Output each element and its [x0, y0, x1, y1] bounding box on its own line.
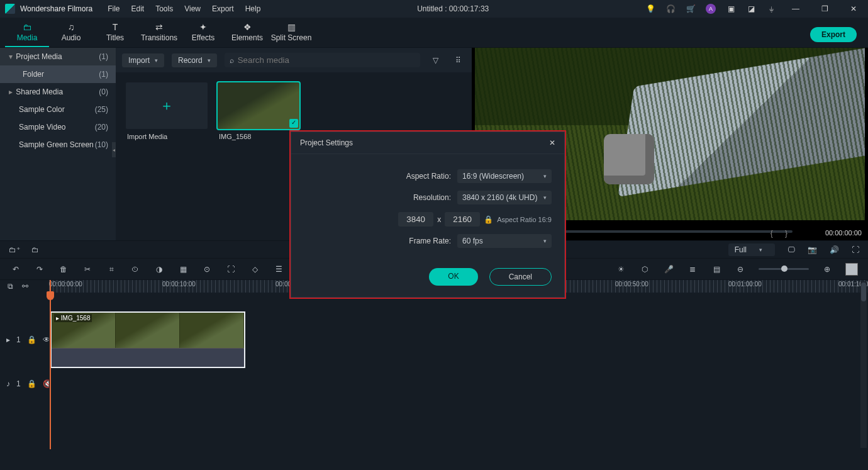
color-icon[interactable]: ◑ — [153, 265, 165, 274]
tab-audio[interactable]: ♫Audio — [49, 20, 93, 47]
sidebar-item-label: Shared Media — [16, 87, 63, 96]
audio-track-lane[interactable] — [49, 371, 868, 396]
grid-view-icon[interactable]: ⠿ — [450, 56, 465, 65]
zoom-slider[interactable] — [759, 268, 809, 270]
keyframe-icon[interactable]: ◇ — [249, 265, 260, 274]
microphone-icon[interactable]: ⏚ — [766, 4, 776, 14]
sidebar-item-shared-media[interactable]: ▸ Shared Media (0) — [0, 83, 116, 101]
keyframe-expand-icon[interactable]: ⛶ — [225, 265, 236, 274]
green-screen-icon[interactable]: ▦ — [177, 265, 189, 274]
delete-icon[interactable]: 🗑 — [58, 265, 69, 274]
monitor-icon[interactable]: 🖵 — [787, 245, 795, 254]
tab-transitions[interactable]: ⇄Transitions — [137, 20, 181, 47]
sidebar-item-count: (1) — [99, 70, 108, 79]
duration-icon[interactable]: ⊙ — [201, 265, 213, 274]
playhead[interactable] — [50, 280, 51, 449]
folder-icon[interactable]: 🗀 — [31, 245, 39, 254]
fullscreen-icon[interactable]: ⛶ — [852, 245, 859, 254]
lock-icon[interactable]: 🔒 — [27, 379, 36, 388]
voiceover-icon[interactable]: 🎤 — [663, 265, 674, 274]
store-icon[interactable]: 🛒 — [686, 4, 696, 14]
preview-quality-dropdown[interactable]: Full▾ — [728, 243, 775, 256]
tab-titles[interactable]: TTitles — [93, 20, 137, 47]
record-dropdown[interactable]: Record▾ — [172, 53, 217, 67]
audio-tool-icon[interactable]: ≣ — [687, 265, 698, 274]
timeline-scrollbar[interactable] — [860, 281, 867, 448]
aspect-ratio-hint: Aspect Ratio 16:9 — [497, 216, 552, 223]
in-out-braces[interactable]: { } — [771, 229, 793, 238]
tab-media[interactable]: 🗀Media — [5, 20, 49, 47]
redo-icon[interactable]: ↷ — [34, 265, 45, 274]
window-close[interactable]: ✕ — [844, 4, 863, 13]
snap-toggle[interactable] — [845, 263, 858, 276]
menu-export[interactable]: Export — [212, 4, 234, 13]
import-media-thumb[interactable]: ＋ — [126, 82, 208, 129]
plus-icon: ＋ — [160, 96, 174, 115]
media-clip-card[interactable]: IMG_1568 — [218, 82, 299, 144]
volume-icon[interactable]: 🔊 — [830, 245, 839, 254]
menu-edit[interactable]: Edit — [131, 4, 145, 13]
frame-rate-select[interactable]: 60 fps▾ — [457, 234, 552, 248]
resolution-select[interactable]: 3840 x 2160 (4k UHD)▾ — [457, 191, 552, 204]
account-avatar[interactable]: A — [706, 4, 716, 14]
sidebar-item-label: Sample Video — [8, 123, 66, 131]
export-button[interactable]: Export — [810, 27, 857, 42]
crop-icon[interactable]: ⌗ — [106, 265, 117, 274]
window-minimize[interactable]: — — [786, 4, 805, 13]
filter-icon[interactable]: ▽ — [428, 56, 443, 65]
video-track-lane[interactable]: ▸ IMG_1568 — [49, 308, 868, 371]
zoom-in-icon[interactable]: ⊕ — [821, 265, 833, 274]
speed-icon[interactable]: ⏲ — [130, 265, 141, 274]
document-title: Untitled : 00:00:17:33 — [260, 4, 645, 13]
menu-view[interactable]: View — [184, 4, 201, 13]
tab-elements[interactable]: ❖Elements — [225, 20, 269, 47]
close-icon[interactable]: ✕ — [549, 138, 555, 147]
timeline-nest-icon[interactable]: ⧉ — [8, 282, 13, 291]
lock-icon[interactable]: 🔒 — [27, 335, 36, 344]
sidebar-collapse-handle[interactable]: ◂ — [112, 142, 116, 157]
preview-timecode: 00:00:00:00 — [825, 229, 862, 237]
window-maximize[interactable]: ❐ — [815, 4, 834, 13]
ok-button[interactable]: OK — [429, 268, 477, 286]
tips-icon[interactable]: 💡 — [645, 4, 655, 14]
marker-icon[interactable]: ⬡ — [639, 265, 650, 274]
cancel-button[interactable]: Cancel — [489, 268, 552, 286]
chevron-down-icon: ▾ — [543, 194, 547, 201]
new-folder-icon[interactable]: 🗀⁺ — [9, 245, 20, 254]
zoom-out-icon[interactable]: ⊖ — [735, 265, 746, 274]
undo-icon[interactable]: ↶ — [10, 265, 21, 274]
scrollbar-thumb[interactable] — [861, 283, 866, 301]
support-icon[interactable]: 🎧 — [665, 4, 676, 14]
menu-tools[interactable]: Tools — [155, 4, 173, 13]
audio-track: ♪ 1 🔒 🔇 — [0, 371, 868, 396]
track-manage-icon[interactable]: ▤ — [711, 265, 722, 274]
tab-effects[interactable]: ✦Effects — [181, 20, 225, 47]
sidebar-item-sample-video[interactable]: Sample Video (20) — [0, 118, 116, 136]
search-input[interactable] — [238, 55, 415, 65]
adjust-icon[interactable]: ☰ — [273, 265, 284, 274]
media-clip-thumb[interactable] — [218, 82, 299, 129]
sidebar-item-sample-green[interactable]: Sample Green Screen (10) — [0, 136, 116, 154]
menu-file[interactable]: File — [108, 4, 120, 13]
snapshot-icon[interactable]: 📷 — [808, 245, 817, 254]
render-icon[interactable]: ☀ — [615, 265, 626, 274]
width-input[interactable] — [398, 212, 433, 227]
notifications-icon[interactable]: ◪ — [746, 4, 756, 14]
lock-aspect-icon[interactable]: 🔒 — [484, 215, 493, 224]
timeline-clip[interactable]: ▸ IMG_1568 — [50, 311, 245, 368]
menu-help[interactable]: Help — [245, 4, 261, 13]
aspect-ratio-select[interactable]: 16:9 (Widescreen)▾ — [457, 169, 552, 183]
import-media-card[interactable]: ＋ Import Media — [126, 82, 208, 144]
sidebar-item-project-media[interactable]: ▾ Project Media (1) — [0, 48, 116, 65]
sidebar-item-sample-color[interactable]: Sample Color (25) — [0, 101, 116, 118]
sidebar-item-folder[interactable]: Folder (1) — [0, 65, 116, 83]
split-icon[interactable]: ✂ — [82, 265, 93, 274]
search-box[interactable]: ⌕ — [225, 53, 420, 67]
tab-split-screen[interactable]: ▥Split Screen — [269, 20, 313, 47]
project-settings-dialog-highlight: Project Settings ✕ Aspect Ratio: 16:9 (W… — [289, 130, 566, 299]
import-dropdown[interactable]: Import▾ — [122, 53, 164, 67]
height-input[interactable] — [445, 212, 480, 227]
save-icon[interactable]: ▣ — [726, 4, 736, 14]
timeline-link-icon[interactable]: ⚯ — [22, 282, 28, 291]
track-index: 1 — [16, 335, 21, 344]
